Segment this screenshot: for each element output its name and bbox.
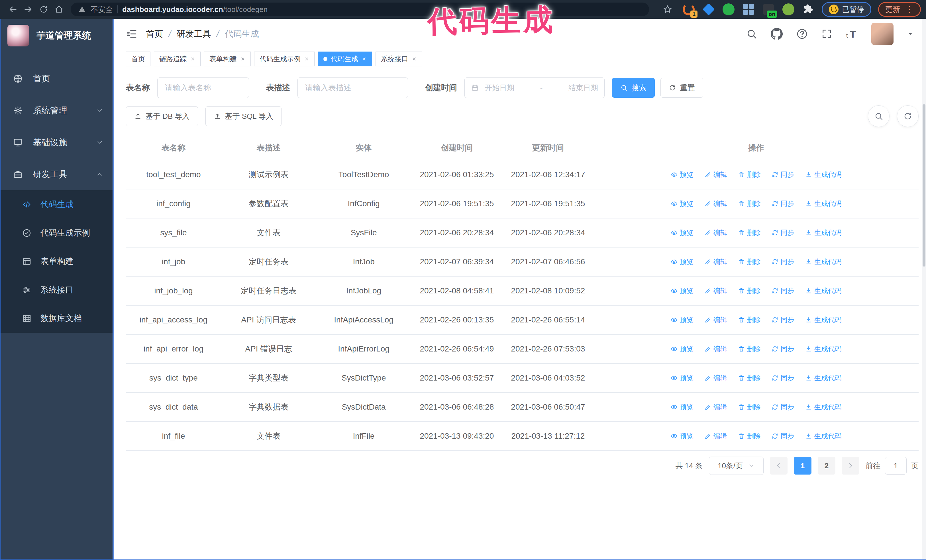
browser-menu-icon[interactable]: ⋮ <box>905 5 914 14</box>
action-delete[interactable]: 删除 <box>738 286 761 295</box>
action-edit[interactable]: 编辑 <box>704 286 727 295</box>
action-download[interactable]: 生成代码 <box>805 403 842 412</box>
collapse-sidebar-icon[interactable] <box>126 28 137 39</box>
close-icon[interactable] <box>190 56 195 62</box>
action-eye[interactable]: 预览 <box>671 403 693 412</box>
refresh-table-button[interactable] <box>897 106 918 127</box>
sidebar-subitem-3[interactable]: 系统接口 <box>0 276 112 304</box>
tab-4[interactable]: 代码生成 <box>318 51 372 66</box>
tab-0[interactable]: 首页 <box>126 51 150 66</box>
browser-reload-icon[interactable] <box>36 2 51 17</box>
table-desc-input[interactable] <box>298 77 408 98</box>
action-sync[interactable]: 同步 <box>772 344 794 353</box>
bookmark-star-icon[interactable] <box>660 2 675 17</box>
sidebar-item-3[interactable]: 研发工具 <box>0 158 112 190</box>
action-edit[interactable]: 编辑 <box>704 170 727 179</box>
action-edit[interactable]: 编辑 <box>704 432 727 441</box>
action-eye[interactable]: 预览 <box>671 315 693 325</box>
close-icon[interactable] <box>412 56 417 62</box>
page-size-select[interactable]: 10条/页 <box>709 457 764 475</box>
sidebar-subitem-0[interactable]: 代码生成 <box>0 190 112 219</box>
avatar-caret-icon[interactable] <box>906 30 914 38</box>
action-eye[interactable]: 预览 <box>671 432 693 441</box>
dark-on-extension-icon[interactable]: on <box>762 3 775 16</box>
search-button[interactable]: 搜索 <box>612 78 655 98</box>
page-button-2[interactable]: 2 <box>818 457 835 474</box>
app-logo[interactable]: 芋道管理系统 <box>0 19 112 53</box>
action-eye[interactable]: 预览 <box>671 199 693 208</box>
action-sync[interactable]: 同步 <box>772 228 794 237</box>
github-icon[interactable] <box>770 28 783 40</box>
action-delete[interactable]: 删除 <box>738 373 761 383</box>
close-icon[interactable] <box>304 56 309 62</box>
action-download[interactable]: 生成代码 <box>805 432 842 441</box>
page-button-1[interactable]: 1 <box>794 457 811 474</box>
sidebar-item-1[interactable]: 系统管理 <box>0 95 112 127</box>
prev-page-button[interactable] <box>770 457 788 474</box>
profile-paused-chip[interactable]: 已暂停 <box>822 2 871 17</box>
tab-2[interactable]: 表单构建 <box>204 51 251 66</box>
date-range-picker[interactable]: 开始日期 - 结束日期 <box>465 77 605 98</box>
action-edit[interactable]: 编辑 <box>704 373 727 383</box>
tab-3[interactable]: 代码生成示例 <box>254 51 315 66</box>
tab-5[interactable]: 系统接口 <box>375 51 422 66</box>
action-sync[interactable]: 同步 <box>772 315 794 325</box>
sidebar-subitem-1[interactable]: 代码生成示例 <box>0 219 112 247</box>
sidebar-item-2[interactable]: 基础设施 <box>0 127 112 158</box>
import-sql-button[interactable]: 基于 SQL 导入 <box>206 106 282 126</box>
action-edit[interactable]: 编辑 <box>704 403 727 412</box>
action-download[interactable]: 生成代码 <box>805 315 842 325</box>
action-download[interactable]: 生成代码 <box>805 170 842 179</box>
action-download[interactable]: 生成代码 <box>805 373 842 383</box>
sidebar-subitem-2[interactable]: 表单构建 <box>0 247 112 276</box>
action-eye[interactable]: 预览 <box>671 373 693 383</box>
action-download[interactable]: 生成代码 <box>805 286 842 295</box>
action-delete[interactable]: 删除 <box>738 315 761 325</box>
scrollbar-thumb[interactable] <box>923 104 925 267</box>
action-download[interactable]: 生成代码 <box>805 228 842 237</box>
chrome-update-chip[interactable]: 更新 ⋮ <box>878 2 921 17</box>
browser-home-icon[interactable] <box>51 2 67 17</box>
action-edit[interactable]: 编辑 <box>704 257 727 266</box>
action-delete[interactable]: 删除 <box>738 257 761 266</box>
url-bar[interactable]: 不安全 dashboard.yudao.iocoder.cn/tool/code… <box>71 3 649 16</box>
action-delete[interactable]: 删除 <box>738 228 761 237</box>
action-sync[interactable]: 同步 <box>772 286 794 295</box>
action-edit[interactable]: 编辑 <box>704 315 727 325</box>
goto-page-input[interactable] <box>885 457 906 474</box>
action-eye[interactable]: 预览 <box>671 286 693 295</box>
green-check-extension-icon[interactable] <box>722 3 735 16</box>
action-eye[interactable]: 预览 <box>671 228 693 237</box>
help-icon[interactable] <box>796 28 808 40</box>
import-db-button[interactable]: 基于 DB 导入 <box>126 106 198 126</box>
reset-button[interactable]: 重置 <box>660 78 703 98</box>
action-delete[interactable]: 删除 <box>738 432 761 441</box>
blue-gem-extension-icon[interactable] <box>702 3 715 16</box>
green-robot-extension-icon[interactable] <box>782 3 795 16</box>
sidebar-item-0[interactable]: 首页 <box>0 63 112 95</box>
action-sync[interactable]: 同步 <box>772 170 794 179</box>
next-page-button[interactable] <box>842 457 859 474</box>
action-sync[interactable]: 同步 <box>772 199 794 208</box>
action-eye[interactable]: 预览 <box>671 344 693 353</box>
tab-1[interactable]: 链路追踪 <box>154 51 201 66</box>
action-eye[interactable]: 预览 <box>671 257 693 266</box>
action-sync[interactable]: 同步 <box>772 403 794 412</box>
header-search-icon[interactable] <box>746 28 757 39</box>
action-edit[interactable]: 编辑 <box>704 199 727 208</box>
breadcrumb-item-1[interactable]: 研发工具 <box>177 28 211 40</box>
action-delete[interactable]: 删除 <box>738 170 761 179</box>
sidebar-subitem-4[interactable]: 数据库文档 <box>0 304 112 333</box>
user-avatar[interactable] <box>871 23 894 45</box>
breadcrumb-item-0[interactable]: 首页 <box>146 28 163 40</box>
toggle-search-button[interactable] <box>868 106 890 127</box>
action-delete[interactable]: 删除 <box>738 199 761 208</box>
action-sync[interactable]: 同步 <box>772 432 794 441</box>
puzzle-extension-icon[interactable] <box>802 3 815 16</box>
action-delete[interactable]: 删除 <box>738 403 761 412</box>
grid-extension-icon[interactable] <box>742 3 755 16</box>
action-download[interactable]: 生成代码 <box>805 199 842 208</box>
action-sync[interactable]: 同步 <box>772 373 794 383</box>
action-eye[interactable]: 预览 <box>671 170 693 179</box>
action-sync[interactable]: 同步 <box>772 257 794 266</box>
